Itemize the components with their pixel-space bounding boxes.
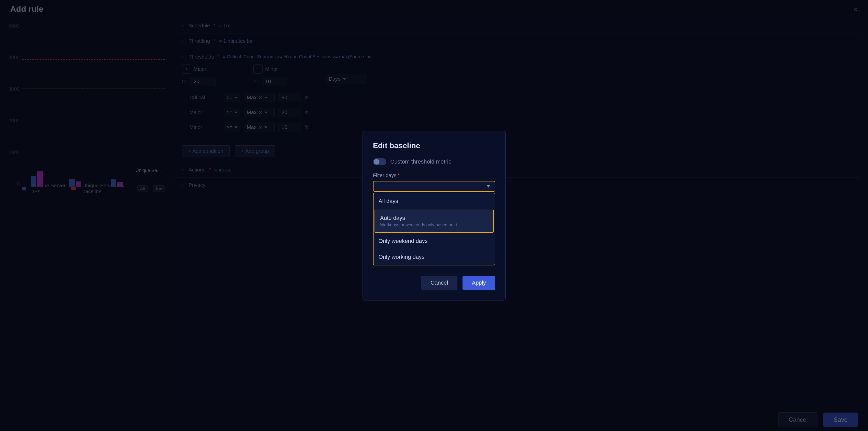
filter-days-required-star: * [398, 173, 400, 178]
dropdown-chevron-icon [487, 185, 490, 188]
modal-cancel-button[interactable]: Cancel [421, 276, 457, 290]
filter-days-label: Filter days [373, 173, 397, 178]
dropdown-option-only-working[interactable]: Only working days [374, 249, 495, 265]
filter-days-label-container: Filter days* [373, 173, 495, 178]
modal-buttons: Cancel Apply [373, 276, 495, 290]
toggle-label: Custom threshold metric [391, 159, 451, 165]
modal-overlay: Edit baseline Custom threshold metric Fi… [0, 0, 868, 431]
modal-apply-button[interactable]: Apply [463, 276, 495, 290]
dropdown-option-auto-days[interactable]: Auto days Workdays or weekends only base… [375, 210, 494, 233]
dropdown-option-all-days[interactable]: All days [374, 193, 495, 209]
filter-days-dropdown-list: All days Auto days Workdays or weekends … [373, 193, 495, 265]
toggle-row: Custom threshold metric [373, 158, 495, 165]
custom-threshold-toggle[interactable] [373, 158, 386, 165]
all-days-label: All days [379, 198, 398, 204]
only-weekend-label: Only weekend days [379, 238, 428, 244]
only-working-label: Only working days [379, 254, 425, 260]
modal-title: Edit baseline [373, 141, 495, 150]
filter-days-dropdown-trigger[interactable] [373, 181, 495, 192]
modal-dialog: Edit baseline Custom threshold metric Fi… [363, 131, 506, 300]
toggle-knob [374, 159, 379, 165]
dropdown-option-only-weekend[interactable]: Only weekend days [374, 233, 495, 249]
auto-days-sub: Workdays or weekends only based on ti... [380, 222, 488, 228]
auto-days-label: Auto days [380, 215, 405, 221]
